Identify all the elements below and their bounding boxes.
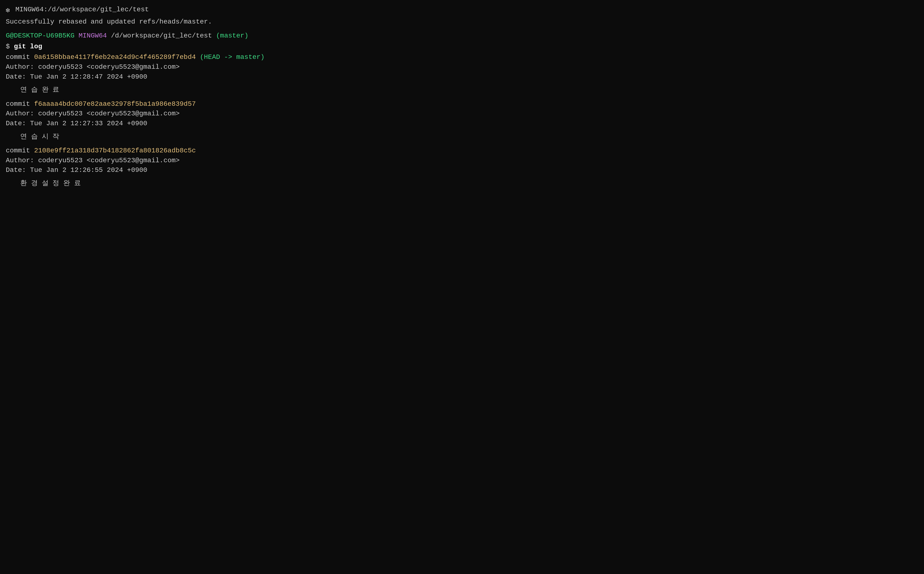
commit-message-1: 연 습 완 료 [6, 85, 918, 95]
author-space-3 [34, 157, 38, 164]
author-space-2 [34, 110, 38, 117]
title-bar: ❇ MINGW64:/d/workspace/git_lec/test [6, 5, 918, 15]
date-label-1: Date: [6, 73, 26, 80]
prompt-dollar: $ [6, 43, 10, 50]
date-line-3: Date: Tue Jan 2 12:26:55 2024 +0900 [6, 166, 918, 175]
commit-hash-2: f6aaaa4bdc007e82aae32978f5ba1a986e839d57 [34, 100, 196, 108]
commit-block-2: commit f6aaaa4bdc007e82aae32978f5ba1a986… [6, 99, 918, 142]
commit-word-1: commit [6, 54, 34, 61]
date-value-3: Tue Jan 2 12:26:55 2024 +0900 [30, 166, 147, 174]
prompt-command: git log [14, 43, 42, 50]
date-space-1 [26, 73, 30, 80]
commit-word-3: commit [6, 147, 34, 154]
author-label-2: Author: [6, 110, 34, 117]
terminal-window: ❇ MINGW64:/d/workspace/git_lec/test Succ… [0, 0, 924, 574]
date-space-2 [26, 120, 30, 127]
commit-line-2: commit f6aaaa4bdc007e82aae32978f5ba1a986… [6, 99, 918, 109]
commit-block-1: commit 0a6158bbae4117f6eb2ea24d9c4f46528… [6, 52, 918, 95]
prompt-user: G@DESKTOP-U69B5KG [6, 32, 74, 39]
author-line-2: Author: coderyu5523 <coderyu5523@gmail.c… [6, 109, 918, 119]
date-label-3: Date: [6, 166, 26, 174]
commit-ref-1: (HEAD -> master) [196, 54, 265, 61]
author-line-3: Author: coderyu5523 <coderyu5523@gmail.c… [6, 156, 918, 166]
title-path: MINGW64:/d/workspace/git_lec/test [16, 5, 149, 15]
commit-block-3: commit 2108e9ff21a318d37b4182862fa801826… [6, 146, 918, 188]
commit-hash-3: 2108e9ff21a318d37b4182862fa801826adb8c5c [34, 147, 196, 154]
prompt-path: /d/workspace/git_lec/test [111, 32, 212, 39]
prompt-branch: (master) [216, 32, 248, 39]
author-space-1 [34, 63, 38, 71]
author-value-1: coderyu5523 <coderyu5523@gmail.com> [38, 63, 179, 71]
author-label-1: Author: [6, 63, 34, 71]
prompt-shell: MINGW64 [78, 32, 107, 39]
date-line-2: Date: Tue Jan 2 12:27:33 2024 +0900 [6, 119, 918, 129]
date-value-1: Tue Jan 2 12:28:47 2024 +0900 [30, 73, 147, 80]
commit-line-3: commit 2108e9ff21a318d37b4182862fa801826… [6, 146, 918, 156]
commit-word-2: commit [6, 100, 34, 108]
author-value-3: coderyu5523 <coderyu5523@gmail.com> [38, 157, 179, 164]
commit-hash-1: 0a6158bbae4117f6eb2ea24d9c4f465289f7ebd4 [34, 54, 196, 61]
author-value-2: coderyu5523 <coderyu5523@gmail.com> [38, 110, 179, 117]
commit-line-1: commit 0a6158bbae4117f6eb2ea24d9c4f46528… [6, 52, 918, 62]
author-label-3: Author: [6, 157, 34, 164]
author-line-1: Author: coderyu5523 <coderyu5523@gmail.c… [6, 62, 918, 72]
prompt-line: G@DESKTOP-U69B5KG MINGW64 /d/workspace/g… [6, 31, 918, 41]
command-line: $ git log [6, 42, 918, 52]
title-icon: ❇ [6, 6, 13, 13]
date-space-3 [26, 166, 30, 174]
date-value-2: Tue Jan 2 12:27:33 2024 +0900 [30, 120, 147, 127]
date-label-2: Date: [6, 120, 26, 127]
date-line-1: Date: Tue Jan 2 12:28:47 2024 +0900 [6, 72, 918, 82]
commit-message-2: 연 습 시 작 [6, 132, 918, 142]
commit-message-3: 환 경 설 정 완 료 [6, 178, 918, 188]
success-message: Successfully rebased and updated refs/he… [6, 17, 918, 27]
